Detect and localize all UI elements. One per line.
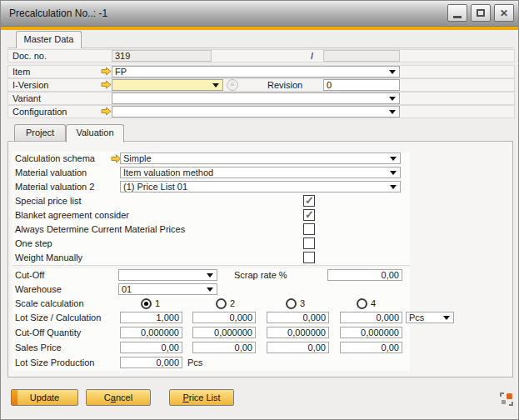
scale-radio-2[interactable] xyxy=(216,298,227,309)
titlebar[interactable]: Precalculation No..: -1 ✕ xyxy=(1,1,518,27)
variant-label: Variant xyxy=(12,93,41,104)
lot-size-production-unit: Pcs xyxy=(187,358,202,368)
cut-off-qty-input-1[interactable] xyxy=(120,327,182,338)
blanket-agreement-label: Blanket agreement consider xyxy=(15,210,129,221)
check-icon: ✓ xyxy=(305,208,314,221)
dropdown-arrow-icon xyxy=(389,70,396,74)
lot-size-input-2[interactable] xyxy=(192,312,256,323)
tab-strip-divider xyxy=(7,48,513,48)
calculation-schema-combo[interactable]: Simple xyxy=(120,152,401,164)
dropdown-arrow-icon xyxy=(390,171,397,175)
tab-project-label: Project xyxy=(26,128,54,138)
scale-radio-2-label: 2 xyxy=(230,298,235,309)
row-material-valuation-2: Material valuation 2 (1) Price List 01 xyxy=(12,180,410,195)
always-determine-prices-checkbox[interactable]: ✓ xyxy=(303,223,315,235)
default-button-stripe xyxy=(12,390,17,405)
item-value: FP xyxy=(115,68,127,77)
configuration-combo[interactable] xyxy=(112,106,400,118)
revision-input[interactable] xyxy=(323,79,400,91)
weight-manually-checkbox[interactable]: ✓ xyxy=(303,252,315,263)
row-doc-no: Doc. no. / xyxy=(7,49,515,62)
tab-valuation[interactable]: Valuation xyxy=(66,124,124,142)
doc-no-secondary-input[interactable] xyxy=(323,50,400,62)
dropdown-arrow-icon xyxy=(390,157,397,161)
tab-master-data-label: Master Data xyxy=(24,34,74,44)
minimize-button[interactable] xyxy=(447,4,467,22)
row-lot-size-calculation: Lot Size / Calculation Pcs xyxy=(12,311,410,327)
dropdown-arrow-icon xyxy=(443,316,450,320)
variant-combo[interactable] xyxy=(112,92,400,104)
i-version-label: I-Version xyxy=(12,80,48,91)
close-icon: ✕ xyxy=(500,8,508,18)
dropdown-arrow-icon xyxy=(207,273,213,278)
cancel-button[interactable]: Cancel xyxy=(86,389,151,406)
update-button-label: Update xyxy=(30,392,59,402)
item-combo[interactable]: FP xyxy=(112,66,400,78)
version-list-button[interactable]: ≡ xyxy=(227,79,238,91)
link-arrow-icon[interactable] xyxy=(101,80,112,89)
calculation-schema-value: Simple xyxy=(123,154,152,163)
close-button[interactable]: ✕ xyxy=(494,4,514,22)
row-sales-price: Sales Price xyxy=(12,341,410,357)
row-i-version: I-Version ≡ Revision xyxy=(7,78,515,92)
window-title: Precalculation No..: -1 xyxy=(9,8,107,19)
row-calculation-schema: Calculation schema Simple xyxy=(12,152,410,167)
precalculation-window: Precalculation No..: -1 ✕ Master Data Do… xyxy=(0,0,519,420)
row-configuration: Configuration xyxy=(7,105,515,118)
minimize-icon xyxy=(453,16,462,18)
resize-grip-icon[interactable] xyxy=(500,392,513,406)
scrap-rate-input[interactable] xyxy=(327,269,402,281)
maximize-icon xyxy=(477,9,485,17)
configuration-label: Configuration xyxy=(12,107,67,118)
lot-size-input-1[interactable] xyxy=(120,312,182,323)
scale-radio-4[interactable] xyxy=(357,298,367,309)
material-valuation-combo[interactable]: Item valuation method xyxy=(120,167,401,178)
link-arrow-icon[interactable] xyxy=(101,67,112,76)
sales-price-input-1[interactable] xyxy=(120,342,182,353)
sales-price-input-2[interactable] xyxy=(192,342,256,353)
tab-project[interactable]: Project xyxy=(14,124,66,142)
scale-radio-3[interactable] xyxy=(286,298,297,309)
accent-bar xyxy=(1,27,518,30)
scale-radio-1[interactable] xyxy=(141,298,152,309)
cut-off-qty-input-4[interactable] xyxy=(340,327,402,338)
scrap-rate-label: Scrap rate % xyxy=(234,270,287,281)
cut-off-qty-input-2[interactable] xyxy=(192,327,256,338)
row-material-valuation: Material valuation Item valuation method xyxy=(12,166,410,181)
special-price-list-checkbox[interactable]: ✓ xyxy=(303,195,315,207)
lot-size-input-4[interactable] xyxy=(340,312,402,323)
warehouse-combo[interactable]: 01 xyxy=(118,283,217,295)
list-icon: ≡ xyxy=(231,81,235,88)
tab-master-data[interactable]: Master Data xyxy=(16,31,82,48)
maximize-button[interactable] xyxy=(471,4,491,22)
doc-no-input[interactable] xyxy=(112,50,212,62)
dropdown-arrow-icon xyxy=(212,83,219,88)
lot-size-input-3[interactable] xyxy=(267,312,329,323)
update-button[interactable]: Update xyxy=(11,389,78,406)
lot-size-production-input[interactable] xyxy=(120,357,182,368)
lot-size-production-label: Lot Size Production xyxy=(15,358,94,368)
always-determine-prices-label: Always Determine Current Material Prices xyxy=(15,224,185,235)
warehouse-label: Warehouse xyxy=(15,284,62,295)
revision-label: Revision xyxy=(267,80,302,91)
sales-price-input-4[interactable] xyxy=(340,342,402,353)
cut-off-label: Cut-Off xyxy=(15,270,44,281)
dropdown-arrow-icon xyxy=(389,110,396,114)
i-version-combo[interactable] xyxy=(112,79,223,91)
cut-off-combo[interactable] xyxy=(118,269,217,281)
calculation-schema-label: Calculation schema xyxy=(15,153,95,164)
unit-value: Pcs xyxy=(409,313,424,322)
unit-combo[interactable]: Pcs xyxy=(406,312,454,323)
blanket-agreement-checkbox[interactable]: ✓ xyxy=(303,209,315,221)
link-arrow-icon[interactable] xyxy=(101,107,112,116)
one-step-checkbox[interactable]: ✓ xyxy=(303,238,315,249)
material-valuation-2-label: Material valuation 2 xyxy=(15,182,94,192)
row-weight-manually: Weight Manually ✓ xyxy=(12,251,410,266)
price-list-button[interactable]: Price List xyxy=(169,389,234,406)
material-valuation-2-combo[interactable]: (1) Price List 01 xyxy=(120,181,401,192)
row-blanket-agreement: Blanket agreement consider ✓ xyxy=(12,208,410,223)
sales-price-input-3[interactable] xyxy=(267,342,329,353)
cancel-button-label: Cancel xyxy=(104,392,132,402)
cut-off-qty-input-3[interactable] xyxy=(267,327,329,338)
row-variant: Variant xyxy=(7,92,515,105)
